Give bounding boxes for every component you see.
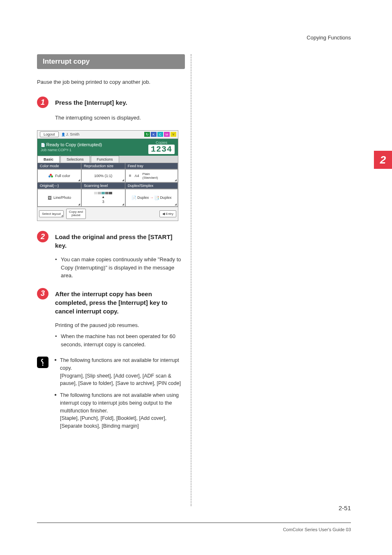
ready-bar: Ready to Copy (interrupted) Job name:COP…: [37, 139, 178, 156]
step-3-title: After the interrupt copy has been comple…: [55, 288, 185, 315]
ready-text: Ready to Copy (interrupted): [41, 142, 102, 147]
original-value: Line/Photo: [53, 196, 71, 200]
status-icon-c: C: [157, 132, 163, 137]
note-2: The following functions are not availabl…: [54, 391, 185, 430]
printer-screen: Logout J. Smith ↻ K C M Y Ready to Copy …: [37, 130, 178, 221]
tab-basic[interactable]: Basic: [37, 156, 60, 163]
page-number: 2-51: [339, 504, 351, 511]
head-repro-size: Reproduction size: [81, 163, 125, 169]
cell-duplex[interactable]: 📄 Duplex → 📑 Duplex: [125, 189, 178, 207]
step-1-number: 1: [37, 97, 48, 108]
user-label: J. Smith: [61, 132, 80, 136]
step-2-title: Load the original and press the [START] …: [55, 231, 185, 250]
tab-functions[interactable]: Functions: [91, 156, 119, 163]
status-icon-1: ↻: [144, 132, 150, 137]
cell-repro-size[interactable]: 100% (1:1): [81, 169, 125, 182]
duplex-icon-2: 📑: [154, 196, 159, 200]
step-3: 3 After the interrupt copy has been comp…: [37, 288, 185, 315]
section-intro: Pause the job being printed to copy anot…: [37, 79, 185, 85]
step-3-bullet-1: When the machine has not been operated f…: [55, 332, 185, 348]
screen-topbar: Logout J. Smith ↻ K C M Y: [37, 131, 178, 139]
tray-size: A4: [135, 174, 139, 178]
copy-and-pause-button[interactable]: Copy and pause: [66, 209, 86, 219]
note-1: The following functions are not availabl…: [54, 357, 185, 387]
tray-type: Plain (Standard): [143, 172, 158, 180]
settings-grid-row2: 🖼 Line/Photo ▲ 3: [37, 189, 178, 207]
status-icons: ↻ K C M Y: [144, 132, 178, 137]
head-scanning-level: Scanning level: [81, 183, 125, 189]
cell-color-mode[interactable]: Full color: [37, 169, 81, 182]
status-icon-m: M: [164, 132, 170, 137]
footer-line: [37, 523, 351, 523]
duplex-a: Duplex: [137, 196, 149, 200]
step-1-title: Press the [Interrupt] key.: [55, 97, 127, 107]
copies-label: Copies: [148, 140, 175, 145]
step-3-body: Printing of the paused job resumes. When…: [55, 321, 185, 349]
select-layout-button[interactable]: Select layout: [39, 210, 64, 217]
status-icon-y: Y: [171, 132, 176, 137]
step-1-body: The interrupting screen is displayed.: [55, 114, 185, 122]
step-1-desc: The interrupting screen is displayed.: [55, 115, 141, 121]
note-block: The following functions are not availabl…: [37, 357, 185, 434]
head-duplex: Duplex/Simplex: [125, 183, 178, 189]
entry-button[interactable]: ◀ Entry: [159, 210, 176, 217]
copies-value: 1234: [148, 145, 175, 154]
chapter-side-tab: 2: [374, 151, 392, 169]
tab-selections[interactable]: Selections: [60, 156, 90, 163]
head-feed-tray: Feed tray: [125, 163, 178, 169]
section-title: Interrupt copy: [37, 54, 185, 69]
logout-button[interactable]: Logout: [40, 131, 59, 137]
step-1: 1 Press the [Interrupt] key.: [37, 97, 185, 108]
step-2-bullet-1: You can make copies continuously while "…: [55, 256, 185, 280]
scan-level-value: 3: [102, 200, 104, 204]
job-name: Job name:COPY-1: [41, 148, 102, 152]
tray-icon: ≡: [129, 173, 131, 178]
step-3-desc: Printing of the paused job resumes.: [55, 322, 139, 328]
step-2: 2 Load the original and press the [START…: [37, 231, 185, 250]
screen-tabs: Basic Selections Functions: [37, 156, 178, 163]
settings-grid-row1-heads: Color mode Reproduction size Feed tray: [37, 163, 178, 169]
duplex-icon-1: 📄: [131, 196, 136, 200]
step-2-body: You can make copies continuously while "…: [55, 256, 185, 280]
step-3-number: 3: [37, 288, 48, 299]
screen-bottom-bar: Select layout Copy and pause ◀ Entry: [37, 207, 178, 221]
column-divider: [191, 54, 191, 506]
settings-grid-row2-heads: Original(---) Scanning level Duplex/Simp…: [37, 182, 178, 189]
note-list: The following functions are not availabl…: [54, 357, 185, 434]
caution-icon: [37, 357, 48, 368]
svg-point-0: [42, 364, 44, 366]
head-original: Original(---): [37, 183, 81, 189]
settings-grid-row1: Full color 100% (1:1) ≡ A4 Plain (Standa…: [37, 169, 178, 182]
color-mode-value: Full color: [55, 174, 70, 178]
duplex-b: Duplex: [160, 196, 171, 200]
step-2-number: 2: [37, 231, 48, 242]
main-content: Interrupt copy Pause the job being print…: [37, 54, 185, 434]
chapter-header: Copying Functions: [307, 35, 351, 41]
arrow-icon: →: [150, 196, 153, 200]
original-icon: 🖼: [48, 196, 52, 200]
head-color-mode: Color mode: [37, 163, 81, 169]
footer-guide: ComColor Series User's Guide 03: [283, 527, 351, 532]
repro-value: 100% (1:1): [94, 174, 112, 178]
status-icon-k: K: [151, 132, 157, 137]
rgb-icon: [48, 174, 53, 178]
cell-feed-tray[interactable]: ≡ A4 Plain (Standard): [125, 169, 178, 182]
cell-scanning-level[interactable]: ▲ 3: [81, 189, 125, 207]
cell-original[interactable]: 🖼 Line/Photo: [37, 189, 81, 207]
